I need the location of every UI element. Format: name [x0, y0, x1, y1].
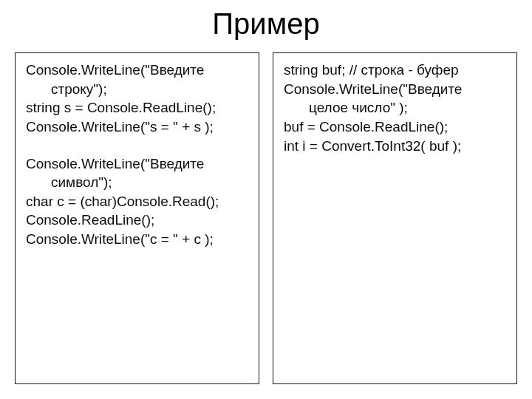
code-line: buf = Console.ReadLine();: [284, 117, 506, 137]
slide: Пример Console.WriteLine("Введите строку…: [0, 0, 532, 399]
blank-line: [26, 137, 248, 154]
code-line: Console.WriteLine("Введите: [284, 80, 506, 99]
left-column: Console.WriteLine("Введите строку"); str…: [15, 52, 259, 384]
code-line: Console.WriteLine("Введите: [26, 154, 248, 174]
code-line: string buf; // строка - буфер: [284, 61, 506, 80]
code-line: int i = Convert.ToInt32( buf );: [284, 137, 506, 156]
right-column: string buf; // строка - буфер Console.Wr…: [273, 52, 517, 384]
code-line: Console.ReadLine();: [26, 211, 248, 230]
code-line: Console.WriteLine("s = " + s );: [26, 117, 248, 137]
code-line: Console.WriteLine("Введите: [26, 61, 248, 80]
code-line: символ");: [26, 173, 248, 192]
code-line: Console.WriteLine("c = " + с );: [26, 230, 248, 249]
code-line: char с = (char)Console.Read();: [26, 192, 248, 211]
code-line: string s = Console.ReadLine();: [26, 98, 248, 117]
code-line: строку");: [26, 80, 248, 99]
slide-title: Пример: [15, 7, 517, 41]
code-line: целое число" );: [284, 98, 506, 117]
columns: Console.WriteLine("Введите строку"); str…: [15, 52, 517, 384]
